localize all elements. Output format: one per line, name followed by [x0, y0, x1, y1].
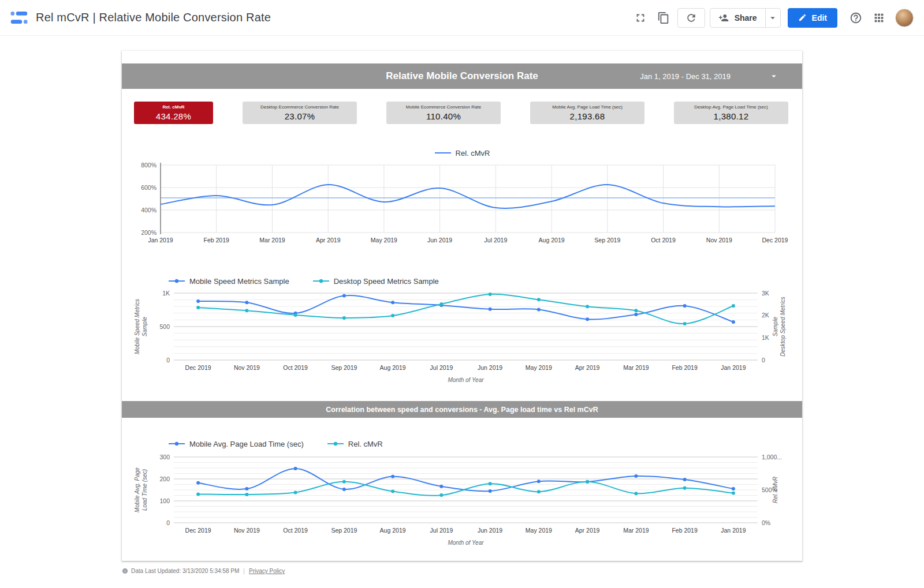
svg-text:Dec 2019: Dec 2019	[185, 364, 211, 371]
svg-text:200: 200	[159, 475, 170, 482]
svg-text:Jul 2019: Jul 2019	[485, 237, 508, 244]
scorecard-label: Rel. cMvR	[162, 104, 184, 110]
share-label: Share	[735, 13, 757, 23]
apps-grid-icon	[873, 12, 885, 24]
svg-text:May 2019: May 2019	[371, 237, 397, 244]
legend-label: Desktop Speed Metrics Sample	[334, 277, 439, 286]
legend-item-mobile-avg-page-load-time-sec-: Mobile Avg. Page Load Time (sec)	[168, 440, 304, 448]
svg-text:Dec 2019: Dec 2019	[762, 237, 788, 244]
apps-grid-button[interactable]	[867, 6, 891, 29]
svg-text:Jan 2019: Jan 2019	[721, 527, 746, 534]
speed-metrics-line-chart[interactable]: 05001K01K2K3KDec 2019Nov 2019Oct 2019Sep…	[122, 289, 802, 388]
share-dropdown-button[interactable]	[765, 9, 780, 27]
pages-button[interactable]	[652, 6, 675, 29]
correlation-chart-legend: Mobile Avg. Page Load Time (sec)Rel. cMv…	[122, 439, 802, 449]
svg-text:Oct 2019: Oct 2019	[651, 237, 676, 244]
scorecard-label: Desktop Ecommerce Conversion Rate	[260, 104, 339, 110]
svg-text:Aug 2019: Aug 2019	[380, 527, 406, 534]
legend-item-desktop-speed-metrics-sample: Desktop Speed Metrics Sample	[312, 277, 439, 286]
svg-text:Feb 2019: Feb 2019	[672, 364, 698, 371]
scorecard: Mobile Ecommerce Conversion Rate 110.40%	[386, 102, 501, 124]
svg-text:Mar 2019: Mar 2019	[623, 364, 649, 371]
legend-item-rel-cmvr: Rel. cMvR	[434, 149, 490, 158]
svg-text:Jun 2019: Jun 2019	[427, 237, 452, 244]
share-button-group: Share	[710, 8, 781, 28]
legend-swatch	[168, 278, 185, 284]
scorecard: Desktop Avg. Page Load Time (sec) 1,380.…	[674, 102, 788, 124]
relcmvr-line-chart[interactable]: 200%400%600%800%Jan 2019Feb 2019Mar 2019…	[122, 160, 802, 247]
pages-icon	[657, 12, 670, 24]
svg-text:Load Time (sec): Load Time (sec)	[141, 469, 148, 511]
svg-text:Apr 2019: Apr 2019	[575, 364, 600, 371]
svg-text:Nov 2019: Nov 2019	[234, 527, 260, 534]
topbar: Rel mCvR | Relative Mobile Conversion Ra…	[0, 0, 924, 36]
datastudio-logo[interactable]	[10, 10, 28, 25]
privacy-policy-link[interactable]: Privacy Policy	[249, 568, 285, 574]
svg-text:Nov 2019: Nov 2019	[234, 364, 260, 371]
scorecard: Mobile Avg. Page Load Time (sec) 2,193.6…	[530, 102, 644, 124]
fullscreen-button[interactable]	[629, 6, 652, 29]
edit-label: Edit	[812, 13, 827, 23]
svg-text:Desktop Speed Metrics: Desktop Speed Metrics	[780, 297, 786, 356]
svg-text:Mar 2019: Mar 2019	[259, 237, 285, 244]
report-name: Rel mCvR | Relative Mobile Conversion Ra…	[36, 11, 271, 24]
svg-text:Sep 2019: Sep 2019	[594, 237, 620, 244]
svg-text:Nov 2019: Nov 2019	[706, 237, 732, 244]
svg-text:Jul 2019: Jul 2019	[430, 527, 453, 534]
page-title: Relative Mobile Conversion Rate	[386, 70, 538, 82]
help-button[interactable]	[844, 6, 867, 29]
topbar-left: Rel mCvR | Relative Mobile Conversion Ra…	[10, 10, 271, 25]
svg-text:Month of Year: Month of Year	[448, 540, 484, 546]
speed-metrics-chart-legend: Mobile Speed Metrics SampleDesktop Speed…	[122, 276, 802, 286]
date-range-control[interactable]: Jan 1, 2019 - Dec 31, 2019	[640, 63, 802, 89]
avatar[interactable]	[895, 9, 914, 27]
svg-text:Jun 2019: Jun 2019	[478, 364, 502, 371]
svg-text:1K: 1K	[162, 290, 170, 297]
scorecard-value: 1,380.12	[714, 111, 749, 121]
svg-text:0: 0	[762, 357, 765, 364]
svg-text:Jan 2019: Jan 2019	[721, 364, 746, 371]
svg-text:800%: 800%	[141, 162, 157, 168]
svg-text:Sample: Sample	[141, 317, 148, 336]
svg-text:Month of Year: Month of Year	[448, 377, 484, 383]
legend-label: Rel. cMvR	[348, 440, 383, 448]
report-footer: Data Last Updated: 3/13/2020 5:34:58 PM …	[122, 568, 802, 574]
last-updated-text: Data Last Updated: 3/13/2020 5:34:58 PM	[131, 568, 239, 574]
scorecard: Rel. cMvR 434.28%	[134, 102, 213, 124]
svg-text:Feb 2019: Feb 2019	[204, 237, 230, 244]
svg-text:Jan 2019: Jan 2019	[148, 237, 173, 244]
report-header-band: Relative Mobile Conversion Rate Jan 1, 2…	[122, 63, 802, 89]
svg-text:Oct 2019: Oct 2019	[283, 527, 308, 534]
help-icon	[850, 12, 862, 24]
svg-text:Apr 2019: Apr 2019	[575, 527, 600, 534]
legend-item-rel-cmvr: Rel. cMvR	[327, 440, 383, 448]
scorecard-value: 434.28%	[156, 111, 191, 121]
svg-text:Mar 2019: Mar 2019	[623, 527, 649, 534]
svg-text:1K: 1K	[762, 334, 769, 341]
pencil-icon	[798, 13, 807, 22]
scorecard-label: Mobile Ecommerce Conversion Rate	[406, 104, 481, 110]
svg-text:Aug 2019: Aug 2019	[539, 237, 565, 244]
info-icon	[122, 568, 128, 574]
scorecard-label: Desktop Avg. Page Load Time (sec)	[694, 104, 767, 110]
correlation-line-chart[interactable]: 01002003000%500%1,000...Dec 2019Nov 2019…	[122, 451, 802, 550]
chevron-down-icon	[767, 13, 778, 23]
legend-label: Mobile Speed Metrics Sample	[189, 277, 289, 286]
refresh-button[interactable]	[677, 8, 705, 28]
svg-text:1,000...: 1,000...	[762, 454, 782, 460]
scorecard-value: 110.40%	[426, 111, 461, 121]
svg-text:Sep 2019: Sep 2019	[331, 527, 357, 534]
refresh-icon	[685, 12, 697, 24]
footer-separator: |	[243, 568, 245, 574]
svg-text:Sep 2019: Sep 2019	[331, 364, 357, 371]
svg-text:Apr 2019: Apr 2019	[316, 237, 341, 244]
svg-text:0%: 0%	[762, 519, 770, 526]
svg-text:100: 100	[159, 497, 170, 504]
datastudio-logo-icon	[10, 10, 28, 25]
edit-button[interactable]: Edit	[788, 8, 837, 28]
svg-text:0: 0	[166, 357, 170, 364]
svg-text:3K: 3K	[762, 290, 769, 297]
share-button[interactable]: Share	[710, 9, 765, 27]
legend-swatch	[434, 150, 452, 156]
svg-text:Sample: Sample	[772, 317, 778, 336]
